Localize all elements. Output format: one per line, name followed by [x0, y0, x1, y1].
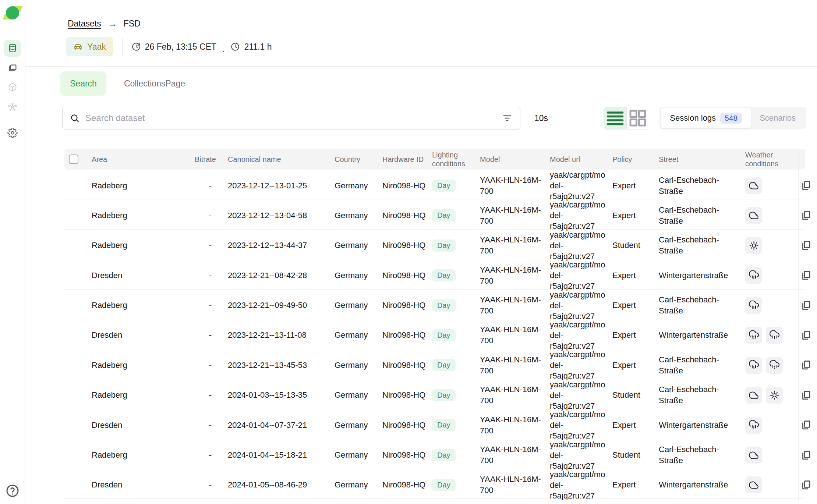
copy-icon: [800, 240, 812, 251]
table-row[interactable]: Dresden-2024-01-05--08-46-29GermanyNiro0…: [64, 469, 805, 499]
cell-weather: [740, 237, 798, 254]
table-row[interactable]: Radeberg-2023-12-12--13-04-58GermanyNiro…: [64, 199, 805, 229]
copy-icon: [800, 450, 812, 461]
cell-policy: Expert: [607, 330, 654, 341]
cell-lighting: Day: [427, 389, 475, 401]
copy-button[interactable]: [799, 328, 813, 342]
cell-country: Germany: [329, 180, 377, 191]
grid-view-button[interactable]: [626, 107, 649, 129]
search-input[interactable]: [85, 113, 496, 123]
sidebar-item-collections[interactable]: [4, 59, 21, 76]
recorded-time-label: 26 Feb, 13:15 CET: [145, 42, 216, 52]
cell-canonical-name: 2023-12-21--13-11-08: [223, 330, 329, 341]
table-body: Radeberg-2023-12-12--13-01-25GermanyNiro…: [64, 170, 805, 499]
cell-canonical-name: 2023-12-12--13-01-25: [223, 180, 329, 191]
view-toggle: [604, 107, 649, 129]
sidebar-item-settings[interactable]: [4, 124, 21, 141]
weather-chip: [766, 357, 783, 374]
select-all-checkbox[interactable]: [69, 155, 78, 164]
cell-bitrate: -: [190, 270, 223, 281]
copy-button[interactable]: [799, 208, 813, 223]
sidebar-item-network[interactable]: [4, 99, 21, 116]
cell-model: YAAK-HLN-16M-700: [475, 354, 545, 376]
cell-area: Radeberg: [86, 240, 190, 251]
session-logs-tab[interactable]: Session logs 548: [661, 108, 751, 128]
rain-icon: [749, 270, 759, 280]
copy-button[interactable]: [799, 298, 813, 313]
cell-lighting: Day: [427, 209, 475, 221]
cell-area: Dresden: [86, 420, 190, 431]
tab-search[interactable]: Search: [60, 71, 106, 96]
dataset-meta: Yaak 26 Feb, 13:15 CET . 211.1 h: [66, 37, 272, 56]
cell-street: Carl-Eschebach-Straße: [654, 444, 740, 466]
table-row[interactable]: Radeberg-2023-12-21--09-49-50GermanyNiro…: [64, 290, 805, 319]
copy-button[interactable]: [799, 418, 813, 433]
list-view-button[interactable]: [604, 107, 626, 129]
tab-collectionspage[interactable]: CollectionsPage: [114, 71, 195, 96]
header-divider: [25, 66, 817, 67]
cell-country: Germany: [329, 300, 377, 311]
cloud-icon: [749, 390, 759, 400]
table-row[interactable]: Radeberg-2023-12-12--13-01-25GermanyNiro…: [64, 170, 805, 199]
cell-area: Radeberg: [86, 390, 190, 401]
table-row[interactable]: Dresden-2023-12-21--08-42-28GermanyNiro0…: [64, 259, 805, 289]
copy-icon: [800, 419, 812, 431]
cell-street: Wintergartenstraße: [654, 420, 740, 431]
copy-button[interactable]: [799, 268, 813, 283]
lighting-badge: Day: [432, 180, 456, 192]
filter-button[interactable]: [502, 113, 513, 124]
breadcrumb-datasets-link[interactable]: Datasets: [68, 19, 101, 29]
cell-actions: [798, 259, 813, 291]
copy-button[interactable]: [799, 358, 813, 373]
weather-chip: [766, 327, 783, 344]
table-row[interactable]: Radeberg-2024-01-03--15-13-35GermanyNiro…: [64, 379, 805, 409]
copy-button[interactable]: [799, 388, 813, 402]
cell-canonical-name: 2023-12-21--13-45-53: [223, 360, 329, 371]
recorded-time: 26 Feb, 13:15 CET: [131, 42, 216, 52]
column-header-lighting-conditions: Lighting conditions: [427, 150, 475, 168]
copy-button[interactable]: [799, 448, 813, 462]
weather-chip: [745, 476, 762, 493]
cell-area: Dresden: [86, 270, 190, 281]
meta-separator: .: [222, 45, 224, 54]
weather-chip: [745, 387, 762, 404]
cell-street: Carl-Eschebach-Straße: [654, 234, 740, 256]
cell-hardware-id: Niro098-HQ: [377, 300, 427, 311]
table-row[interactable]: Dresden-2024-01-04--07-37-21GermanyNiro0…: [64, 409, 805, 439]
table-row[interactable]: Radeberg-2023-12-12--13-44-37GermanyNiro…: [64, 230, 805, 259]
cell-weather: [740, 207, 798, 224]
weather-chip: [745, 267, 762, 284]
cell-country: Germany: [329, 450, 377, 461]
cell-bitrate: -: [190, 210, 223, 221]
breadcrumb-current: FSD: [124, 19, 141, 29]
vehicle-badge[interactable]: Yaak: [66, 37, 113, 56]
cell-area: Radeberg: [86, 210, 190, 221]
cell-model: YAAK-HLN-16M-700: [475, 175, 545, 197]
cell-country: Germany: [329, 330, 377, 341]
car-icon: [73, 42, 83, 52]
sidebar-item-cube[interactable]: [4, 79, 21, 96]
cell-bitrate: -: [190, 360, 223, 371]
rain-icon: [749, 301, 759, 310]
sidebar-item-database[interactable]: [4, 40, 21, 57]
copy-button[interactable]: [799, 178, 813, 193]
cell-weather: [740, 297, 798, 314]
column-header-hardware-id: Hardware ID: [377, 155, 427, 164]
rain-icon: [749, 360, 759, 370]
copy-button[interactable]: [799, 238, 813, 253]
cell-model-url: yaak/cargpt/model-r5ajq2ru:v27: [545, 379, 607, 411]
table-row[interactable]: Radeberg-2024-01-04--15-18-21GermanyNiro…: [64, 439, 805, 469]
cell-street: Carl-Eschebach-Straße: [654, 294, 740, 316]
copy-icon: [800, 180, 812, 191]
app-window: Datasets → FSD Yaak 26 Feb, 13:15 CET . …: [0, 0, 817, 504]
column-header-area: Area: [86, 155, 190, 164]
scenarios-tab[interactable]: Scenarios: [751, 108, 804, 128]
cell-weather: [740, 327, 798, 344]
cell-actions: [798, 319, 813, 351]
help-button[interactable]: [5, 483, 20, 498]
cell-actions: [798, 170, 813, 202]
copy-button[interactable]: [799, 478, 813, 492]
table-row[interactable]: Radeberg-2023-12-21--13-45-53GermanyNiro…: [64, 349, 805, 379]
datasets-table: AreaBitrateCanonical nameCountryHardware…: [64, 149, 805, 499]
table-row[interactable]: Dresden-2023-12-21--13-11-08GermanyNiro0…: [64, 319, 805, 349]
